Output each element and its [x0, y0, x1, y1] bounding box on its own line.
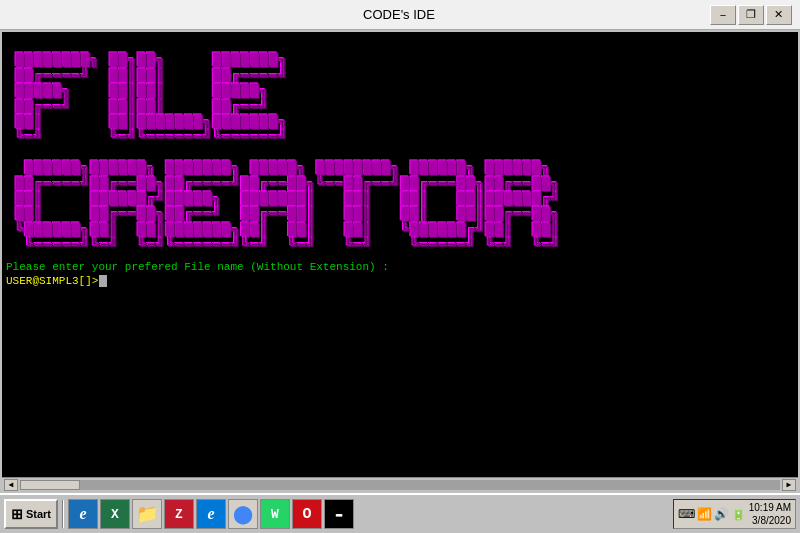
taskbar-opera-icon[interactable]: O: [292, 499, 322, 529]
scroll-thumb[interactable]: [20, 480, 80, 490]
tray-icons: ⌨ 📶 🔊 🔋: [678, 507, 746, 521]
logo-display: ████████╗ ██╗██╗ ███████╗ ██╔════╝ ██║██…: [6, 38, 794, 253]
taskbar-cmd-icon[interactable]: ▬: [324, 499, 354, 529]
taskbar-ie-icon[interactable]: e: [68, 499, 98, 529]
tray-volume-icon[interactable]: 🔊: [714, 507, 729, 521]
system-clock: 10:19 AM 3/8/2020: [749, 501, 791, 527]
restore-button[interactable]: ❐: [738, 5, 764, 25]
terminal-content: ╔═╗╦╦ ╔═╗ ╔═╗╦═╗╔═╗╔═╗╔╦╗╔═╗╦═╗ ╠╣ ║║ ║╣…: [2, 32, 798, 477]
clock-time: 10:19 AM: [749, 501, 791, 514]
taskbar-edge-icon[interactable]: e: [196, 499, 226, 529]
window-controls: − ❐ ✕: [710, 5, 792, 25]
prompt-message: Please enter your prefered File name (Wi…: [6, 261, 794, 273]
start-button[interactable]: ⊞ Start: [4, 499, 58, 529]
cursor-block: [99, 275, 107, 287]
taskbar-filezilla-icon[interactable]: Z: [164, 499, 194, 529]
minimize-button[interactable]: −: [710, 5, 736, 25]
start-label: Start: [26, 508, 51, 520]
terminal-wrapper: ╔═╗╦╦ ╔═╗ ╔═╗╦═╗╔═╗╔═╗╔╦╗╔═╗╦═╗ ╠╣ ║║ ║╣…: [0, 30, 800, 493]
scroll-left-arrow[interactable]: ◀: [4, 479, 18, 491]
tray-keyboard-icon[interactable]: ⌨: [678, 507, 695, 521]
taskbar-excel-icon[interactable]: X: [100, 499, 130, 529]
command-prompt: USER@SIMPL3[]>: [6, 275, 98, 287]
system-tray: ⌨ 📶 🔊 🔋 10:19 AM 3/8/2020: [673, 499, 796, 529]
taskbar-right: ⌨ 📶 🔊 🔋 10:19 AM 3/8/2020: [673, 499, 796, 529]
taskbar-divider-1: [62, 500, 64, 528]
taskbar-chrome-icon[interactable]: ⬤: [228, 499, 258, 529]
tray-battery-icon[interactable]: 🔋: [731, 507, 746, 521]
clock-date: 3/8/2020: [749, 514, 791, 527]
cursor-line: USER@SIMPL3[]>: [6, 275, 794, 287]
window-title: CODE's IDE: [363, 7, 435, 22]
taskbar-folder-icon[interactable]: 📁: [132, 499, 162, 529]
taskbar-whatsapp-icon[interactable]: W: [260, 499, 290, 529]
taskbar: ⊞ Start e X 📁 Z e ⬤ W O ▬ ⌨ 📶 🔊 🔋 10:19 …: [0, 493, 800, 533]
windows-logo-icon: ⊞: [11, 506, 23, 522]
scroll-track[interactable]: [20, 480, 780, 490]
horizontal-scrollbar[interactable]: ◀ ▶: [2, 477, 798, 491]
tray-network-icon[interactable]: 📶: [697, 507, 712, 521]
close-button[interactable]: ✕: [766, 5, 792, 25]
scroll-right-arrow[interactable]: ▶: [782, 479, 796, 491]
title-bar: CODE's IDE − ❐ ✕: [0, 0, 800, 30]
terminal-container[interactable]: ╔═╗╦╦ ╔═╗ ╔═╗╦═╗╔═╗╔═╗╔╦╗╔═╗╦═╗ ╠╣ ║║ ║╣…: [2, 32, 798, 477]
